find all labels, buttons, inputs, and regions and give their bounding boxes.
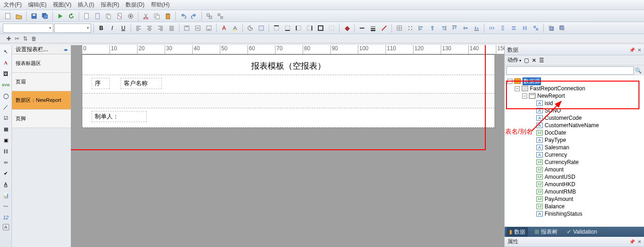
pin-icon[interactable]: 📌	[629, 239, 635, 244]
fill-color-button[interactable]	[342, 23, 352, 33]
same-h-button[interactable]	[520, 23, 530, 33]
cell-tool[interactable]: A	[3, 224, 9, 230]
pointer-tool[interactable]: ↖	[1, 47, 11, 56]
dist-h-button[interactable]	[487, 23, 497, 33]
align-m-button[interactable]	[460, 23, 471, 33]
line-width-button[interactable]	[368, 23, 378, 33]
bring-front-button[interactable]	[546, 23, 556, 33]
valign-mid-button[interactable]	[193, 23, 203, 33]
tree-node[interactable]: ACurrency	[506, 151, 643, 159]
align-t-button[interactable]	[449, 23, 460, 33]
menu-help[interactable]: 帮助(H)	[151, 1, 170, 9]
border-all-button[interactable]	[316, 23, 326, 33]
tree-node[interactable]: −数据源	[506, 77, 643, 85]
check-tool[interactable]: ✔	[1, 169, 11, 178]
tree-node[interactable]: ASONO	[506, 107, 643, 114]
new-button[interactable]	[3, 11, 13, 21]
menu-data[interactable]: 数据(D)	[126, 1, 144, 9]
snap-button[interactable]	[405, 23, 415, 33]
styles-button[interactable]	[256, 23, 266, 33]
same-size-button[interactable]	[531, 23, 541, 33]
tree-node[interactable]: 12Amount	[506, 166, 643, 173]
cut-button[interactable]	[141, 11, 151, 21]
align-left-button[interactable]	[133, 23, 144, 33]
menu-view[interactable]: 视图(V)	[53, 1, 71, 9]
font-combo[interactable]: ▾	[3, 24, 53, 33]
grid-button[interactable]	[394, 23, 404, 33]
band-item-data[interactable]: 数据区：NewReport	[12, 91, 71, 110]
checkbox-tool[interactable]: ☑	[1, 113, 11, 123]
group-button[interactable]	[204, 11, 214, 21]
search-input[interactable]	[506, 66, 634, 75]
tree-node[interactable]: −NewReport	[506, 92, 643, 100]
align-right-button[interactable]	[155, 23, 166, 33]
delete-ds-icon[interactable]: ✕	[532, 57, 536, 64]
menu-edit[interactable]: 编辑(E)	[28, 1, 46, 9]
border-none-button[interactable]	[327, 23, 337, 33]
tree-node[interactable]: ASalesman	[506, 144, 643, 151]
band-list-header[interactable]: 设置报表栏... ◂▸	[12, 45, 71, 54]
tree-node[interactable]: 12PayAmount	[506, 195, 643, 203]
data-tree[interactable]: −数据源−FastReportConnection−NewReportAisid…	[505, 76, 644, 227]
align-c-button[interactable]	[427, 23, 437, 33]
tree-node[interactable]: ACustomerCode	[506, 114, 643, 122]
field-seq[interactable]: 序	[92, 78, 110, 89]
tab-validation[interactable]: ✔Validation	[564, 228, 600, 236]
tree-node[interactable]: 12AmountUSD	[506, 173, 643, 181]
report-title-field[interactable]: 报表模板（空报表）	[92, 58, 485, 74]
send-back-button[interactable]	[557, 23, 567, 33]
tree-node[interactable]: APayType	[506, 136, 643, 144]
richtext-tool[interactable]: A	[1, 180, 11, 189]
expand-icon[interactable]: ◂▸	[63, 47, 68, 52]
tab-data[interactable]: ▮数据	[506, 227, 528, 237]
align-b-button[interactable]	[472, 23, 482, 33]
copy-button[interactable]	[152, 11, 162, 21]
tree-node[interactable]: 12AmountHKD	[506, 181, 643, 188]
run-button[interactable]	[55, 11, 65, 21]
border-left-button[interactable]	[293, 23, 304, 33]
settings-button[interactable]	[126, 11, 136, 21]
close-icon[interactable]: ✕	[638, 239, 641, 244]
tree-node[interactable]: AFinishingStatus	[506, 210, 643, 218]
line-style-button[interactable]	[357, 23, 367, 33]
tree-node[interactable]: 12CurrencyRate	[506, 159, 643, 166]
align-center-button[interactable]	[144, 23, 155, 33]
tab-tree[interactable]: ⊞报表树	[532, 227, 560, 237]
reorder-band-icon[interactable]: ⇅	[23, 35, 28, 42]
line-tool[interactable]: ／	[1, 102, 11, 112]
filter-icon[interactable]: ▢	[524, 57, 529, 64]
menu-insert[interactable]: 插入(I)	[78, 1, 94, 9]
dist-v-button[interactable]	[498, 23, 508, 33]
align-justify-button[interactable]	[167, 23, 177, 33]
valign-top-button[interactable]	[182, 23, 192, 33]
tree-node[interactable]: 12AmountRMB	[506, 188, 643, 195]
align-l-button[interactable]	[416, 23, 426, 33]
image-tool[interactable]: 🖼	[1, 69, 11, 78]
italic-button[interactable]: I	[107, 23, 117, 33]
border-bottom-button[interactable]	[282, 23, 293, 33]
size-combo[interactable]: ▾	[54, 24, 91, 33]
bold-button[interactable]: B	[96, 23, 106, 33]
data-band-area[interactable]	[82, 94, 494, 108]
open-button[interactable]	[14, 11, 24, 21]
text-tool[interactable]: A	[1, 58, 11, 67]
tree-toggle[interactable]: −	[507, 79, 512, 84]
pin-icon[interactable]: 📌	[629, 47, 635, 53]
delete-page-button[interactable]	[115, 11, 125, 21]
cut-band-icon[interactable]: ✂	[15, 35, 19, 42]
design-canvas[interactable]: 0102030405060708090100110120130140150160…	[71, 45, 504, 247]
align-r-button[interactable]	[438, 23, 448, 33]
barcode-tool[interactable]: ‖‖	[1, 147, 11, 156]
page-button[interactable]	[81, 11, 92, 21]
ungroup-button[interactable]	[215, 11, 225, 21]
line-color-button[interactable]	[379, 23, 389, 33]
band-item-title[interactable]: 报表标题区	[12, 54, 71, 73]
font-color-button[interactable]: A	[219, 23, 229, 33]
highlight-button[interactable]	[230, 23, 240, 33]
valign-bot-button[interactable]	[204, 23, 214, 33]
paste-button[interactable]	[163, 11, 173, 21]
tree-node[interactable]: 12Balance	[506, 203, 643, 210]
band-item-pagefooter[interactable]: 页脚	[12, 110, 71, 128]
page3-button[interactable]	[104, 11, 114, 21]
undo-button[interactable]	[178, 11, 188, 21]
